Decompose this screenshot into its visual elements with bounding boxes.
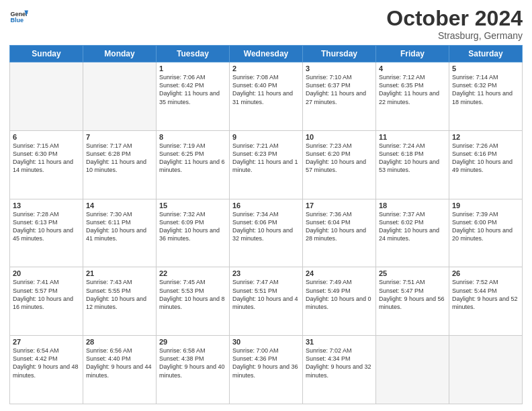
day-number: 4 (379, 64, 446, 73)
calendar-cell-2-5: 10Sunrise: 7:23 AMSunset: 6:20 PMDayligh… (303, 130, 376, 199)
cell-details: Sunrise: 7:02 AMSunset: 4:34 PMDaylight:… (306, 347, 373, 379)
day-number: 30 (232, 338, 300, 346)
calendar-table: SundayMondayTuesdayWednesdayThursdayFrid… (9, 45, 523, 404)
calendar-cell-5-3: 29Sunrise: 6:58 AMSunset: 4:38 PMDayligh… (157, 336, 230, 404)
cell-details: Sunrise: 7:52 AMSunset: 5:44 PMDaylight:… (452, 278, 519, 311)
calendar-cell-3-5: 17Sunrise: 7:36 AMSunset: 6:04 PMDayligh… (303, 199, 376, 267)
title-block: October 2024 Strasburg, Germany (386, 7, 523, 41)
cell-details: Sunrise: 7:30 AMSunset: 6:11 PMDaylight:… (86, 210, 153, 243)
calendar-cell-5-4: 30Sunrise: 7:00 AMSunset: 4:36 PMDayligh… (230, 336, 303, 404)
calendar-cell-1-3: 1Sunrise: 7:06 AMSunset: 6:42 PMDaylight… (157, 62, 230, 131)
calendar-cell-1-1 (10, 62, 83, 131)
day-number: 3 (306, 64, 373, 73)
calendar-cell-3-7: 19Sunrise: 7:39 AMSunset: 6:00 PMDayligh… (449, 199, 523, 267)
day-number: 19 (452, 201, 519, 210)
day-header-wednesday: Wednesday (230, 46, 303, 62)
calendar-cell-4-3: 22Sunrise: 7:45 AMSunset: 5:53 PMDayligh… (157, 267, 230, 336)
cell-details: Sunrise: 6:56 AMSunset: 4:40 PMDaylight:… (86, 347, 153, 379)
day-number: 16 (232, 201, 300, 210)
cell-details: Sunrise: 7:32 AMSunset: 6:09 PMDaylight:… (159, 210, 226, 243)
calendar-cell-5-5: 31Sunrise: 7:02 AMSunset: 4:34 PMDayligh… (303, 336, 376, 404)
cell-details: Sunrise: 7:47 AMSunset: 5:51 PMDaylight:… (232, 278, 300, 311)
cell-details: Sunrise: 7:37 AMSunset: 6:02 PMDaylight:… (379, 210, 446, 243)
day-number: 18 (379, 201, 446, 210)
calendar-cell-4-7: 26Sunrise: 7:52 AMSunset: 5:44 PMDayligh… (449, 267, 523, 336)
month-title: October 2024 (386, 7, 523, 30)
logo: General Blue (9, 7, 28, 26)
calendar-cell-1-4: 2Sunrise: 7:08 AMSunset: 6:40 PMDaylight… (230, 62, 303, 131)
cell-details: Sunrise: 7:21 AMSunset: 6:23 PMDaylight:… (232, 142, 300, 175)
cell-details: Sunrise: 7:12 AMSunset: 6:35 PMDaylight:… (379, 73, 446, 106)
calendar-cell-2-3: 8Sunrise: 7:19 AMSunset: 6:25 PMDaylight… (157, 130, 230, 199)
logo-icon: General Blue (9, 7, 28, 26)
day-number: 12 (452, 133, 519, 141)
cell-details: Sunrise: 7:41 AMSunset: 5:57 PMDaylight:… (13, 278, 80, 311)
day-header-sunday: Sunday (10, 46, 83, 62)
cell-details: Sunrise: 7:45 AMSunset: 5:53 PMDaylight:… (159, 278, 226, 311)
day-header-tuesday: Tuesday (157, 46, 230, 62)
day-number: 15 (159, 201, 226, 210)
cell-details: Sunrise: 7:10 AMSunset: 6:37 PMDaylight:… (306, 73, 373, 106)
day-number: 29 (159, 338, 226, 346)
calendar-cell-3-6: 18Sunrise: 7:37 AMSunset: 6:02 PMDayligh… (376, 199, 449, 267)
calendar-cell-5-2: 28Sunrise: 6:56 AMSunset: 4:40 PMDayligh… (83, 336, 157, 404)
cell-details: Sunrise: 7:51 AMSunset: 5:47 PMDaylight:… (379, 278, 446, 311)
cell-details: Sunrise: 7:23 AMSunset: 6:20 PMDaylight:… (306, 142, 373, 175)
calendar-cell-4-5: 24Sunrise: 7:49 AMSunset: 5:49 PMDayligh… (303, 267, 376, 336)
cell-details: Sunrise: 7:08 AMSunset: 6:40 PMDaylight:… (232, 73, 300, 106)
cell-details: Sunrise: 7:36 AMSunset: 6:04 PMDaylight:… (306, 210, 373, 243)
day-header-monday: Monday (83, 46, 157, 62)
day-number: 28 (86, 338, 153, 346)
cell-details: Sunrise: 7:06 AMSunset: 6:42 PMDaylight:… (159, 73, 226, 106)
calendar-cell-1-7: 5Sunrise: 7:14 AMSunset: 6:32 PMDaylight… (449, 62, 523, 131)
calendar-cell-5-6 (376, 336, 449, 404)
day-number: 10 (306, 133, 373, 141)
day-number: 2 (232, 64, 300, 73)
calendar-cell-1-2 (83, 62, 157, 131)
cell-details: Sunrise: 7:19 AMSunset: 6:25 PMDaylight:… (159, 142, 226, 175)
cell-details: Sunrise: 7:39 AMSunset: 6:00 PMDaylight:… (452, 210, 519, 243)
svg-text:Blue: Blue (10, 17, 24, 24)
calendar-cell-1-6: 4Sunrise: 7:12 AMSunset: 6:35 PMDaylight… (376, 62, 449, 131)
cell-details: Sunrise: 7:00 AMSunset: 4:36 PMDaylight:… (232, 347, 300, 379)
day-number: 7 (86, 133, 153, 141)
calendar-cell-3-3: 15Sunrise: 7:32 AMSunset: 6:09 PMDayligh… (157, 199, 230, 267)
day-number: 31 (306, 338, 373, 346)
calendar-cell-5-7 (449, 336, 523, 404)
week-row-1: 1Sunrise: 7:06 AMSunset: 6:42 PMDaylight… (10, 62, 523, 131)
day-number: 27 (13, 338, 80, 346)
day-number: 14 (86, 201, 153, 210)
calendar-cell-2-7: 12Sunrise: 7:26 AMSunset: 6:16 PMDayligh… (449, 130, 523, 199)
day-number: 17 (306, 201, 373, 210)
day-number: 5 (452, 64, 519, 73)
day-number: 6 (13, 133, 80, 141)
day-number: 23 (232, 269, 300, 277)
cell-details: Sunrise: 7:28 AMSunset: 6:13 PMDaylight:… (13, 210, 80, 243)
calendar-cell-2-4: 9Sunrise: 7:21 AMSunset: 6:23 PMDaylight… (230, 130, 303, 199)
week-row-2: 6Sunrise: 7:15 AMSunset: 6:30 PMDaylight… (10, 130, 523, 199)
day-number: 11 (379, 133, 446, 141)
cell-details: Sunrise: 7:43 AMSunset: 5:55 PMDaylight:… (86, 278, 153, 311)
calendar-cell-4-1: 20Sunrise: 7:41 AMSunset: 5:57 PMDayligh… (10, 267, 83, 336)
day-header-thursday: Thursday (303, 46, 376, 62)
day-number: 13 (13, 201, 80, 210)
calendar-cell-2-1: 6Sunrise: 7:15 AMSunset: 6:30 PMDaylight… (10, 130, 83, 199)
day-number: 26 (452, 269, 519, 277)
cell-details: Sunrise: 6:54 AMSunset: 4:42 PMDaylight:… (13, 347, 80, 379)
calendar-cell-3-2: 14Sunrise: 7:30 AMSunset: 6:11 PMDayligh… (83, 199, 157, 267)
day-number: 1 (159, 64, 226, 73)
cell-details: Sunrise: 7:15 AMSunset: 6:30 PMDaylight:… (13, 142, 80, 175)
day-header-saturday: Saturday (449, 46, 523, 62)
calendar-cell-3-4: 16Sunrise: 7:34 AMSunset: 6:06 PMDayligh… (230, 199, 303, 267)
week-row-4: 20Sunrise: 7:41 AMSunset: 5:57 PMDayligh… (10, 267, 523, 336)
week-row-5: 27Sunrise: 6:54 AMSunset: 4:42 PMDayligh… (10, 336, 523, 404)
header: General Blue October 2024 Strasburg, Ger… (9, 7, 523, 41)
day-number: 22 (159, 269, 226, 277)
day-number: 8 (159, 133, 226, 141)
cell-details: Sunrise: 7:14 AMSunset: 6:32 PMDaylight:… (452, 73, 519, 106)
calendar-page: General Blue October 2024 Strasburg, Ger… (0, 0, 532, 411)
cell-details: Sunrise: 6:58 AMSunset: 4:38 PMDaylight:… (159, 347, 226, 379)
day-number: 21 (86, 269, 153, 277)
day-number: 25 (379, 269, 446, 277)
cell-details: Sunrise: 7:26 AMSunset: 6:16 PMDaylight:… (452, 142, 519, 175)
